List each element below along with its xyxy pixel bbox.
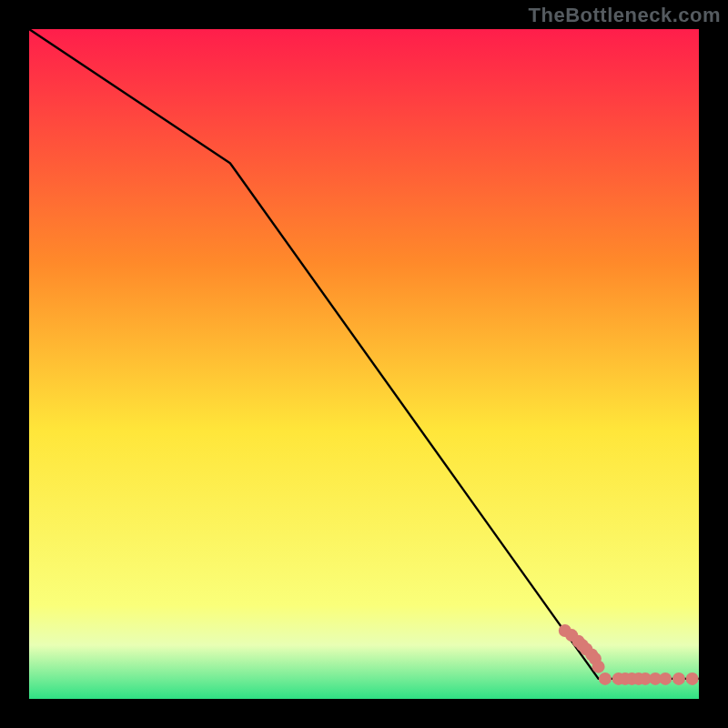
- data-point: [672, 672, 685, 685]
- watermark-text: TheBottleneck.com: [529, 4, 721, 27]
- chart-plot: [29, 29, 699, 699]
- chart-svg: [29, 29, 699, 699]
- data-point: [659, 672, 672, 685]
- chart-background: [29, 29, 699, 699]
- data-point: [592, 661, 605, 673]
- chart-stage: TheBottleneck.com: [0, 0, 728, 728]
- data-point: [686, 672, 699, 685]
- data-point: [599, 672, 612, 685]
